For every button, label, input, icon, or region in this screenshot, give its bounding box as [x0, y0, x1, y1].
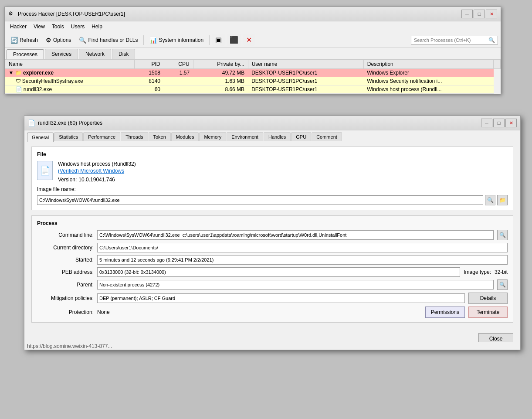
private: 49.72 MB — [193, 69, 248, 77]
app-icon: ⚙ — [8, 10, 15, 17]
system-info-button[interactable]: 📊 System information — [146, 35, 207, 45]
col-username[interactable]: User name — [248, 60, 363, 69]
started-label: Started: — [37, 257, 94, 263]
current-dir-row: Current directory: — [37, 243, 508, 252]
mitigation-input[interactable] — [97, 293, 465, 303]
menu-hacker[interactable]: Hacker — [7, 22, 30, 31]
tab-comment[interactable]: Comment — [312, 132, 342, 141]
version-value: 10.0.19041.746 — [78, 177, 115, 183]
image-type-label: Image type: — [464, 269, 491, 275]
col-description[interactable]: Description — [363, 60, 493, 69]
dialog-controls: ─ □ ✕ — [481, 119, 517, 127]
mitigation-label: Mitigation policies: — [37, 295, 94, 301]
version-row: Version: 10.0.19041.746 — [58, 177, 508, 183]
refresh-button[interactable]: 🔄 Refresh — [7, 35, 41, 45]
col-name[interactable]: Name — [5, 60, 135, 69]
browse-file-button[interactable]: 📁 — [497, 195, 508, 205]
menu-view[interactable]: View — [30, 22, 48, 31]
protection-value: None — [97, 309, 422, 315]
menu-help[interactable]: Help — [88, 22, 106, 31]
menu-tools[interactable]: Tools — [48, 22, 68, 31]
cpu — [164, 77, 193, 85]
search-parent-button[interactable]: 🔍 — [497, 279, 508, 290]
pid: 8140 — [134, 77, 164, 85]
username: DESKTOP-USER1PC\user1 — [248, 85, 363, 94]
details-button[interactable]: Details — [468, 293, 508, 304]
peb-input[interactable] — [97, 267, 460, 277]
tab-gpu[interactable]: GPU — [291, 132, 311, 141]
window-btn-2[interactable]: ⬛ — [227, 34, 241, 46]
file-group-label: File — [37, 151, 508, 157]
tab-services[interactable]: Services — [45, 49, 78, 59]
cpu — [164, 85, 193, 94]
options-button[interactable]: ⚙ Options — [43, 35, 74, 45]
private: 1.63 MB — [193, 77, 248, 85]
tab-network[interactable]: Network — [79, 49, 111, 59]
image-file-name-input[interactable] — [37, 195, 483, 205]
main-close-button[interactable]: ✕ — [486, 10, 497, 18]
search-cmdline-button[interactable]: 🔍 — [497, 230, 508, 240]
file-verified-link[interactable]: (Verified) Microsoft Windows — [58, 168, 508, 174]
tab-statistics[interactable]: Statistics — [54, 132, 83, 141]
stop-button[interactable]: ✕ — [243, 34, 255, 46]
url-bar: https://blog.somine.weixin-413-877... — [24, 342, 520, 350]
col-private[interactable]: Private by... — [193, 60, 248, 69]
tab-memory[interactable]: Memory — [199, 132, 226, 141]
tab-general[interactable]: General — [27, 133, 54, 142]
started-input[interactable] — [97, 255, 508, 265]
search-file-button[interactable]: 🔍 — [485, 195, 495, 205]
tab-disk[interactable]: Disk — [112, 49, 135, 59]
file-group: File 📄 Windows host process (Rundll32) (… — [31, 146, 513, 210]
tab-handles[interactable]: Handles — [264, 132, 291, 141]
find-label: Find handles or DLLs — [88, 37, 138, 43]
tab-threads[interactable]: Threads — [121, 132, 148, 141]
dialog-minimize-button[interactable]: ─ — [481, 119, 492, 127]
sysinfo-icon: 📊 — [149, 37, 157, 44]
dialog-close-button[interactable]: ✕ — [505, 119, 517, 127]
dialog-icon: 📄 — [28, 119, 35, 126]
image-file-name-row: 🔍 📁 — [37, 195, 508, 205]
search-input[interactable] — [414, 37, 488, 43]
window-btn-1[interactable]: ▣ — [212, 34, 225, 46]
minimize-button[interactable]: ─ — [461, 10, 473, 18]
table-row[interactable]: 📄 rundll32.exe 60 8.66 MB DESKTOP-USER1P… — [5, 85, 501, 94]
col-cpu[interactable]: CPU — [164, 60, 193, 69]
search-box[interactable]: 🔍 — [411, 36, 498, 44]
options-label: Options — [53, 37, 71, 43]
tab-modules[interactable]: Modules — [171, 132, 199, 141]
find-icon: 🔍 — [79, 37, 86, 44]
process-name: 🛡 SecurityHealthSystray.exe — [5, 77, 135, 85]
main-window-title: Process Hacker [DESKTOP-USER1PC\user1] — [18, 11, 461, 17]
terminate-button[interactable]: Terminate — [468, 307, 508, 318]
table-row[interactable]: 🛡 SecurityHealthSystray.exe 8140 1.63 MB… — [5, 77, 501, 85]
col-pid[interactable]: PID — [134, 60, 164, 69]
current-dir-label: Current directory: — [37, 245, 94, 251]
dialog-maximize-button[interactable]: □ — [493, 119, 505, 127]
parent-input[interactable] — [97, 280, 494, 290]
find-handles-button[interactable]: 🔍 Find handles or DLLs — [76, 35, 141, 45]
tab-processes[interactable]: Processes — [7, 49, 44, 59]
col-scroll — [494, 60, 501, 69]
dialog-window: 📄 rundll32.exe (60) Properties ─ □ ✕ Gen… — [24, 116, 521, 350]
process-name: ▼ 📁 explorer.exe — [5, 69, 135, 77]
refresh-label: Refresh — [20, 37, 38, 43]
tab-performance[interactable]: Performance — [83, 132, 120, 141]
description: Windows Security notification i... — [363, 77, 493, 85]
image-type-value: 32-bit — [495, 269, 508, 275]
current-dir-input[interactable] — [97, 243, 508, 252]
protection-label: Protection: — [37, 309, 94, 315]
command-line-input[interactable] — [97, 230, 494, 240]
menu-users[interactable]: Users — [68, 22, 88, 31]
maximize-button[interactable]: □ — [474, 10, 485, 18]
sysinfo-label: System information — [159, 37, 203, 43]
file-display-name: Windows host process (Rundll32) — [58, 161, 508, 167]
refresh-icon: 🔄 — [10, 37, 18, 44]
tab-token[interactable]: Token — [149, 132, 171, 141]
permissions-button[interactable]: Permissions — [425, 307, 465, 318]
file-icon: 📄 — [16, 86, 22, 92]
tab-environment[interactable]: Environment — [227, 132, 263, 141]
main-window: ⚙ Process Hacker [DESKTOP-USER1PC\user1]… — [4, 7, 501, 94]
table-row[interactable]: ▼ 📁 explorer.exe 1508 1.57 49.72 MB DESK… — [5, 69, 501, 77]
toolbar-separator — [143, 35, 144, 45]
dialog-title: rundll32.exe (60) Properties — [38, 120, 481, 126]
